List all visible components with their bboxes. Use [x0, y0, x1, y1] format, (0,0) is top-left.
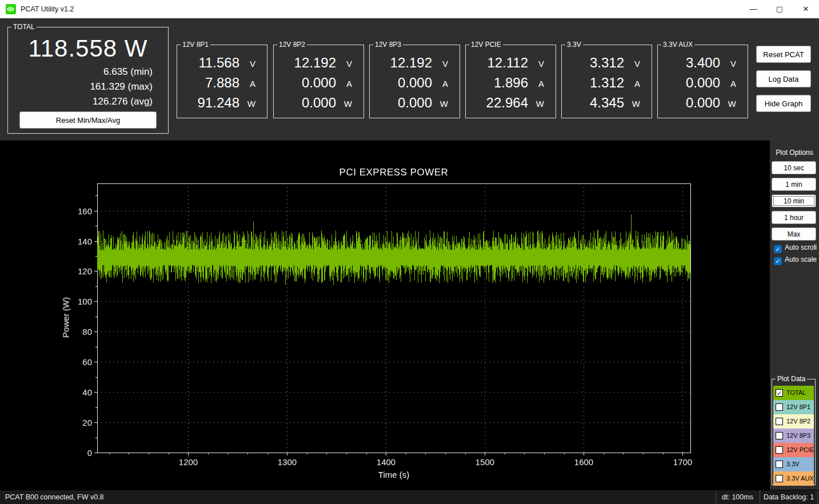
plot-range-10sec-button[interactable]: 10 sec	[772, 161, 816, 174]
rail-label: 3.3V AUX	[661, 41, 694, 49]
checkbox-icon: ✓	[774, 245, 782, 253]
plot-controls-strip: Plot Options 10 sec 1 min 10 min 1 hour …	[770, 141, 819, 490]
voltage-value: 12.112	[487, 55, 528, 71]
legend-label: 12V 8P1	[786, 400, 810, 414]
voltage-unit: V	[730, 59, 736, 69]
rail-label: 12V PCIE	[469, 41, 503, 49]
rail-label: 12V 8P3	[373, 41, 403, 49]
status-bar: PCAT B00 connected, FW v0.8 dt: 100ms Da…	[0, 490, 819, 504]
current-unit: A	[538, 79, 544, 89]
chart-title: PCI EXPRESS POWER	[97, 167, 690, 178]
power-unit: W	[344, 99, 352, 109]
voltage-unit: V	[442, 59, 448, 69]
hide-graph-button[interactable]: Hide Graph	[756, 95, 811, 112]
total-avg-value: 126.276 (avg)	[8, 94, 153, 109]
rail-panel-12v-8p1: 12V 8P1 11.568V 7.888A 91.248W	[177, 45, 267, 118]
plot-range-1hour-button[interactable]: 1 hour	[772, 211, 816, 224]
current-value: 0.000	[398, 75, 432, 91]
window-title: PCAT Utility v1.2	[21, 0, 74, 18]
legend-12v-pcie[interactable]: 12V PCIE	[773, 443, 814, 457]
legend-label: 12V 8P3	[786, 429, 810, 443]
checkbox-icon	[776, 403, 783, 411]
legend-12v-8p1[interactable]: 12V 8P1	[773, 400, 814, 414]
power-unit: W	[247, 99, 255, 109]
voltage-value: 3.400	[686, 55, 720, 71]
voltage-value: 11.568	[198, 55, 239, 71]
plot-range-10min-button[interactable]: 10 min	[772, 194, 816, 207]
chart-xlabel: Time (s)	[97, 470, 690, 479]
checkbox-icon: ✓	[776, 389, 783, 397]
voltage-unit: V	[346, 59, 352, 69]
reset-minmaxavg-button[interactable]: Reset Min/Max/Avg	[19, 111, 157, 129]
voltage-value: 12.192	[294, 55, 336, 71]
chart-ylabel: Power (W)	[61, 278, 71, 358]
rail-panel-12v-8p2: 12V 8P2 12.192V 0.000A 0.000W	[273, 45, 364, 118]
connection-status: PCAT B00 connected, FW v0.8	[5, 490, 104, 504]
rail-panel-3v3-aux: 3.3V AUX 3.400V 0.000A 0.000W	[657, 45, 748, 118]
power-value: 0.000	[302, 95, 336, 111]
legend-total[interactable]: ✓TOTAL	[773, 386, 814, 400]
power-unit: W	[728, 99, 736, 109]
current-value: 1.896	[494, 75, 528, 91]
legend-12v-8p3[interactable]: 12V 8P3	[773, 429, 814, 443]
power-value: 91.248	[198, 95, 239, 111]
plot-options-label: Plot Options	[770, 149, 819, 157]
dt-status: dt: 100ms	[716, 490, 759, 504]
checkbox-icon: ✓	[774, 257, 782, 265]
total-power-value: 118.558 W	[8, 35, 168, 62]
minimize-icon[interactable]: —	[740, 0, 766, 18]
power-value: 0.000	[686, 95, 720, 111]
auto-scale-checkbox[interactable]: ✓Auto scale	[774, 255, 817, 265]
legend-label: 3.3V	[786, 457, 800, 471]
plot-data-label: Plot Data	[776, 375, 807, 383]
close-icon[interactable]: ✕	[793, 0, 819, 18]
data-backlog-status: Data Backlog: 1	[760, 490, 818, 504]
legend-label: 3.3V AUX	[786, 471, 814, 486]
total-panel: TOTAL 118.558 W 6.635 (min) 161.329 (max…	[7, 27, 169, 134]
auto-scale-label: Auto scale	[785, 255, 817, 263]
current-unit: A	[346, 79, 352, 89]
rail-label: 3.3V	[565, 41, 583, 49]
current-unit: A	[730, 79, 736, 89]
checkbox-icon	[776, 432, 783, 439]
log-data-button[interactable]: Log Data	[756, 70, 811, 87]
plot-data-panel: Plot Data ✓TOTAL 12V 8P1 12V 8P2 12V 8P3…	[772, 379, 816, 485]
plot-range-max-button[interactable]: Max	[772, 227, 816, 241]
power-value: 0.000	[398, 95, 432, 111]
voltage-value: 12.192	[390, 55, 432, 71]
voltage-value: 3.312	[590, 55, 624, 71]
maximize-icon[interactable]: ▢	[766, 0, 793, 18]
current-value: 7.888	[205, 75, 239, 91]
legend-3v3-aux[interactable]: 3.3V AUX	[773, 471, 814, 486]
rail-panel-12v-8p3: 12V 8P3 12.192V 0.000A 0.000W	[369, 45, 460, 118]
reset-pcat-button[interactable]: Reset PCAT	[756, 46, 811, 63]
power-unit: W	[440, 99, 448, 109]
checkbox-icon	[776, 446, 783, 454]
current-value: 1.312	[590, 75, 624, 91]
power-unit: W	[632, 99, 640, 109]
checkbox-icon	[776, 418, 783, 425]
plot-range-1min-button[interactable]: 1 min	[772, 178, 816, 191]
checkbox-icon	[776, 475, 783, 482]
current-value: 0.000	[686, 75, 720, 91]
legend-3v3[interactable]: 3.3V	[773, 457, 814, 471]
checkbox-icon	[776, 461, 783, 468]
legend-label: TOTAL	[786, 386, 806, 400]
total-min-value: 6.635 (min)	[8, 65, 153, 79]
voltage-unit: V	[250, 59, 255, 69]
power-value: 22.964	[486, 95, 528, 111]
rail-label: 12V 8P1	[181, 41, 210, 49]
current-value: 0.000	[302, 75, 336, 91]
current-unit: A	[634, 79, 640, 89]
auto-scroll-checkbox[interactable]: ✓Auto scroll	[774, 243, 817, 253]
legend-12v-8p2[interactable]: 12V 8P2	[773, 414, 814, 429]
power-chart	[0, 141, 770, 490]
nvidia-logo-icon	[6, 4, 16, 14]
legend-label: 12V 8P2	[786, 414, 810, 429]
chart-panel: PCI EXPRESS POWER Power (W) Time (s)	[0, 141, 770, 490]
rail-panel-12v-pcie: 12V PCIE 12.112V 1.896A 22.964W	[465, 45, 556, 118]
current-unit: A	[442, 79, 448, 89]
legend-label: 12V PCIE	[786, 443, 814, 457]
total-panel-label: TOTAL	[11, 23, 37, 31]
power-unit: W	[536, 99, 544, 109]
